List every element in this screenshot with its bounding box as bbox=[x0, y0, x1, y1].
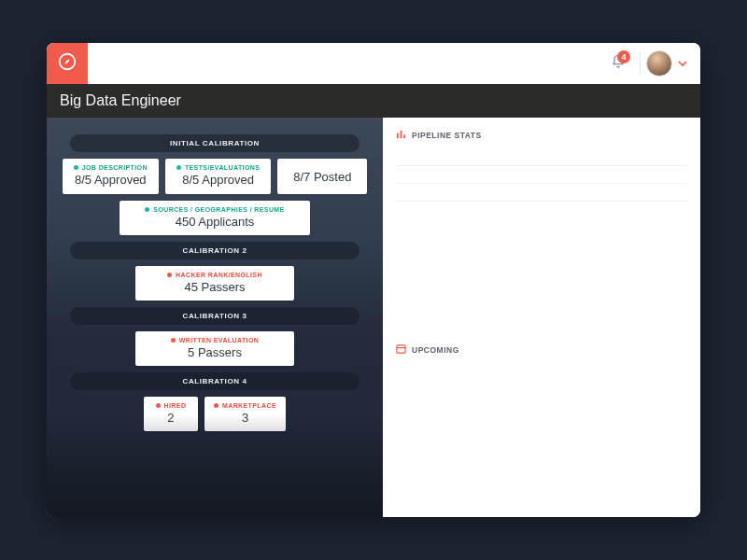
card-row: HIRED 2 MARKETPLACE 3 bbox=[144, 397, 286, 431]
section-header: CALIBRATION 4 bbox=[70, 372, 359, 390]
card-row: SOURCES / GEOGRAPHIES / RESUME 450 Appli… bbox=[120, 201, 310, 235]
card-value: 8/7 Posted bbox=[293, 170, 351, 184]
notification-badge: 4 bbox=[617, 50, 630, 63]
status-dot-icon bbox=[171, 338, 176, 343]
card-hired[interactable]: HIRED 2 bbox=[144, 397, 198, 431]
card-label: HIRED bbox=[164, 402, 187, 409]
status-dot-icon bbox=[176, 165, 181, 170]
section-header: CALIBRATION 2 bbox=[70, 242, 359, 259]
card-label: WRITTEN EVALUATION bbox=[179, 337, 260, 343]
card-job-description[interactable]: JOB DESCRIPTION 8/5 Approved bbox=[63, 159, 159, 194]
avatar bbox=[646, 50, 672, 77]
card-label: SOURCES / GEOGRAPHIES / RESUME bbox=[153, 206, 284, 213]
section-header: CALIBRATION 3 bbox=[70, 307, 359, 325]
compass-icon bbox=[57, 51, 78, 76]
card-marketplace[interactable]: MARKETPLACE 3 bbox=[204, 397, 286, 431]
pipeline-column: INITIAL CALIBRATION JOB DESCRIPTION 8/5 … bbox=[47, 118, 383, 517]
notifications-button[interactable]: 4 bbox=[602, 43, 634, 84]
card-value: 450 Applicants bbox=[176, 215, 255, 229]
card-row: HACKER RANK/ENGLISH 45 Passers bbox=[135, 266, 294, 301]
svg-rect-3 bbox=[401, 131, 402, 138]
card-label: HACKER RANK/ENGLISH bbox=[176, 272, 262, 278]
status-dot-icon bbox=[145, 207, 149, 212]
card-value: 8/5 Approved bbox=[75, 173, 147, 187]
section-header: INITIAL CALIBRATION bbox=[70, 134, 359, 152]
divider bbox=[640, 52, 641, 75]
card-tests-evaluations[interactable]: TESTS/EVALUATIONS 8/5 Approved bbox=[165, 159, 271, 194]
svg-rect-2 bbox=[397, 133, 399, 139]
content: INITIAL CALIBRATION JOB DESCRIPTION 8/5 … bbox=[47, 118, 700, 517]
card-written-eval[interactable]: WRITTEN EVALUATION 5 Passers bbox=[135, 331, 294, 366]
app-window: 4 Big Data Engineer INITIAL CALIBRATION … bbox=[47, 43, 700, 517]
card-value: 5 Passers bbox=[188, 345, 242, 359]
panel-pipeline-stats: PIPELINE STATS bbox=[383, 118, 700, 332]
bar-chart-icon bbox=[396, 129, 406, 141]
card-row: WRITTEN EVALUATION 5 Passers bbox=[135, 331, 294, 366]
user-menu[interactable] bbox=[646, 50, 700, 77]
chevron-down-icon bbox=[678, 55, 687, 72]
page-title: Big Data Engineer bbox=[60, 92, 181, 109]
card-value: 8/5 Approved bbox=[182, 173, 254, 187]
status-dot-icon bbox=[167, 273, 172, 277]
svg-rect-4 bbox=[403, 134, 405, 138]
panel-title: UPCOMING bbox=[412, 345, 459, 355]
sidebar-right: PIPELINE STATS UPCOMING bbox=[383, 118, 700, 517]
panel-upcoming: UPCOMING bbox=[383, 332, 700, 363]
panel-body bbox=[383, 165, 700, 228]
card-hacker-rank[interactable]: HACKER RANK/ENGLISH 45 Passers bbox=[135, 266, 294, 301]
card-value: 45 Passers bbox=[184, 280, 245, 294]
panel-title: PIPELINE STATS bbox=[412, 131, 482, 140]
svg-marker-1 bbox=[64, 59, 70, 64]
page-title-bar: Big Data Engineer bbox=[47, 84, 700, 118]
card-value: 3 bbox=[242, 411, 248, 425]
panel-header: UPCOMING bbox=[383, 332, 700, 363]
card-value: 2 bbox=[167, 411, 174, 425]
card-sources[interactable]: SOURCES / GEOGRAPHIES / RESUME 450 Appli… bbox=[120, 201, 310, 235]
card-label: JOB DESCRIPTION bbox=[82, 164, 148, 171]
panel-header: PIPELINE STATS bbox=[383, 118, 700, 148]
calendar-icon bbox=[396, 343, 406, 356]
topbar: 4 bbox=[47, 43, 700, 84]
card-row: JOB DESCRIPTION 8/5 Approved TESTS/EVALU… bbox=[63, 159, 368, 194]
card-label: MARKETPLACE bbox=[222, 402, 276, 409]
card-posted[interactable]: 8/7 Posted bbox=[277, 159, 367, 194]
status-dot-icon bbox=[156, 403, 161, 408]
status-dot-icon bbox=[214, 403, 218, 408]
status-dot-icon bbox=[74, 165, 78, 170]
card-label: TESTS/EVALUATIONS bbox=[185, 164, 260, 171]
svg-rect-5 bbox=[397, 345, 405, 353]
brand-button[interactable] bbox=[47, 43, 88, 84]
